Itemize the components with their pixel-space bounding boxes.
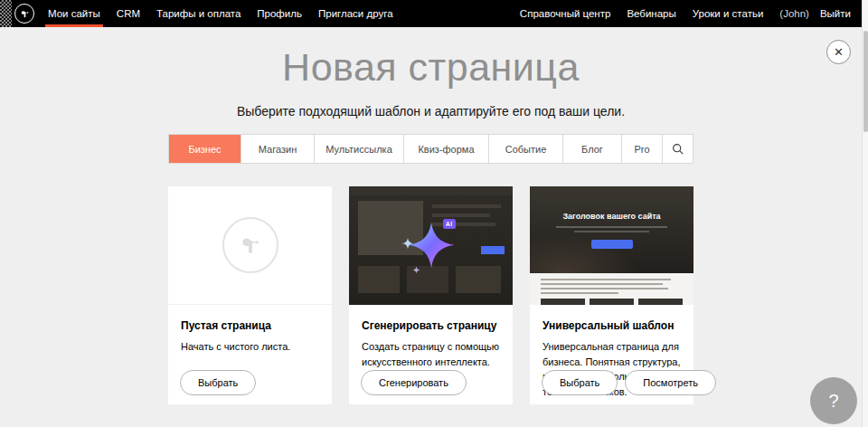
preview-cta-button xyxy=(591,240,633,249)
preview-hero: Заголовок вашего сайта xyxy=(530,186,693,273)
close-icon: ✕ xyxy=(834,46,844,58)
nav-profile[interactable]: Профиль xyxy=(249,0,310,27)
preview-text-line xyxy=(541,288,668,289)
page-subtitle: Выберите подходящий шаблон и адаптируйте… xyxy=(0,104,862,119)
user-name[interactable]: (John) xyxy=(771,8,812,19)
tilda-mark-icon xyxy=(19,8,31,20)
tab-quiz-form[interactable]: Квиз-форма xyxy=(403,135,488,163)
nav-invite-friend[interactable]: Пригласи друга xyxy=(310,0,401,27)
template-card-blank: Пустая страница Начать с чистого листа. … xyxy=(168,186,332,404)
preview-paragraph xyxy=(530,273,693,294)
card-actions: Выбрать xyxy=(180,370,256,395)
small-sparkle-icon xyxy=(401,237,414,250)
preview-text-line xyxy=(574,231,649,232)
card-actions: Сгенерировать xyxy=(361,370,467,395)
help-icon: ? xyxy=(828,391,838,411)
nav-webinars[interactable]: Вебинары xyxy=(618,0,684,27)
choose-universal-button[interactable]: Выбрать xyxy=(542,370,618,395)
page-title: Новая страница xyxy=(0,45,862,90)
tab-event[interactable]: Событие xyxy=(488,135,562,163)
scrollbar[interactable] xyxy=(862,0,868,427)
template-grid: Пустая страница Начать с чистого листа. … xyxy=(168,186,693,427)
tab-pro[interactable]: Pro xyxy=(621,135,662,163)
preview-text-line xyxy=(541,283,663,285)
template-card-ai: AI Сгенерировать страницу Создать страни… xyxy=(349,186,513,404)
logout-link[interactable]: Выйти xyxy=(812,0,854,27)
search-tab[interactable] xyxy=(662,135,693,163)
card-description: Создать страницу с помощью искусственног… xyxy=(362,339,500,369)
card-description: Начать с чистого листа. xyxy=(181,339,319,355)
generate-button[interactable]: Сгенерировать xyxy=(361,370,467,395)
ai-template-preview[interactable]: AI xyxy=(349,186,513,305)
preview-text-line xyxy=(541,279,671,280)
scrollbar-thumb[interactable] xyxy=(863,31,868,132)
tilda-logo[interactable] xyxy=(14,4,34,24)
nav-my-sites[interactable]: Мои сайты xyxy=(40,0,108,27)
choose-blank-button[interactable]: Выбрать xyxy=(180,370,256,395)
template-card-universal: Заголовок вашего сайта xyxy=(530,186,693,404)
search-icon xyxy=(672,143,684,155)
main-nav: Мои сайты CRM Тарифы и оплата Профиль Пр… xyxy=(40,0,401,27)
tab-multilink[interactable]: Мультиссылка xyxy=(314,135,403,163)
ai-badge: AI xyxy=(443,219,456,229)
help-button[interactable]: ? xyxy=(810,377,857,424)
close-button[interactable]: ✕ xyxy=(826,40,851,64)
card-actions: Выбрать Посмотреть xyxy=(542,370,716,395)
preview-thumbnails xyxy=(541,299,683,305)
preview-site-heading: Заголовок вашего сайта xyxy=(530,186,693,221)
edge-pattern xyxy=(0,0,12,27)
nav-crm[interactable]: CRM xyxy=(108,0,148,27)
tab-blog[interactable]: Блог xyxy=(562,135,621,163)
nav-help-center[interactable]: Справочный центр xyxy=(512,0,619,27)
tiny-sparkle-icon xyxy=(412,266,420,274)
preview-thumb xyxy=(590,299,634,305)
card-body: Сгенерировать страницу Создать страницу … xyxy=(349,305,513,369)
card-title: Универсальный шаблон xyxy=(542,319,681,332)
preview-text-line xyxy=(541,292,618,294)
nav-tariffs[interactable]: Тарифы и оплата xyxy=(148,0,249,27)
card-title: Пустая страница xyxy=(181,319,319,332)
preview-universal-button[interactable]: Посмотреть xyxy=(625,370,716,395)
tab-shop[interactable]: Магазин xyxy=(241,135,314,163)
tab-business[interactable]: Бизнес xyxy=(169,135,241,163)
nav-lessons[interactable]: Уроки и статьи xyxy=(684,0,772,27)
card-title: Сгенерировать страницу xyxy=(362,319,500,332)
topbar: Мои сайты CRM Тарифы и оплата Профиль Пр… xyxy=(0,0,862,27)
new-page-dialog: ✕ Новая страница Выберите подходящий шаб… xyxy=(0,27,862,427)
blank-template-preview[interactable] xyxy=(168,186,332,305)
preview-thumb xyxy=(638,299,683,305)
tilda-mark-icon xyxy=(222,217,278,273)
preview-thumb xyxy=(541,299,585,305)
preview-text-line xyxy=(556,226,667,228)
universal-template-preview[interactable]: Заголовок вашего сайта xyxy=(530,186,693,305)
card-body: Пустая страница Начать с чистого листа. xyxy=(168,305,332,355)
template-category-tabs: Бизнес Магазин Мультиссылка Квиз-форма С… xyxy=(168,134,693,164)
secondary-nav: Справочный центр Вебинары Уроки и статьи… xyxy=(512,0,862,27)
